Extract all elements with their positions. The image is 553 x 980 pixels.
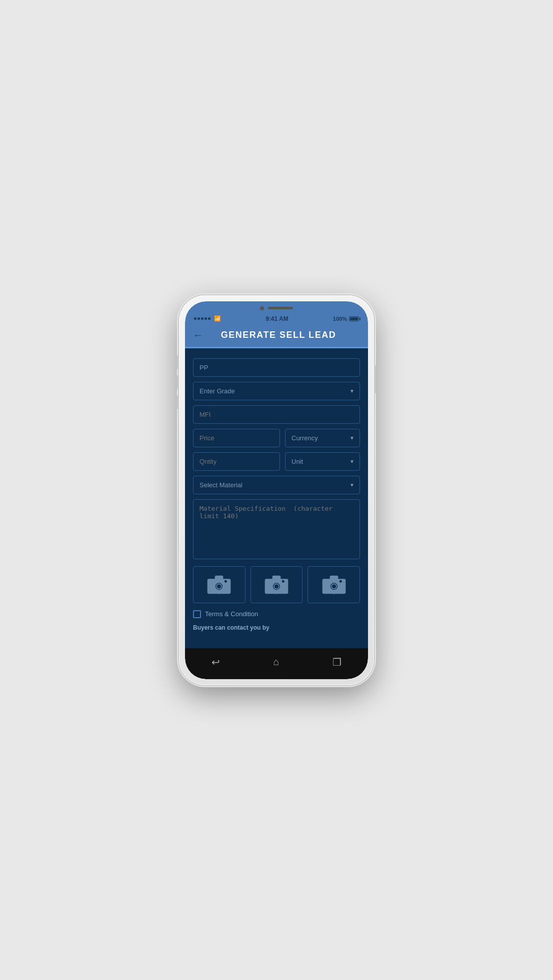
unit-select[interactable]: Unit <box>286 453 360 470</box>
signal-dot-2 <box>198 317 200 320</box>
svg-rect-7 <box>272 575 281 579</box>
nav-home-button[interactable]: ⌂ <box>263 653 289 671</box>
signal-dot-5 <box>208 317 210 320</box>
back-button[interactable]: ← <box>193 329 203 341</box>
page-title: GENERATE SELL LEAD <box>209 330 348 340</box>
signal-dot-4 <box>204 317 207 320</box>
svg-point-3 <box>216 584 222 589</box>
quantity-unit-row: Unit ▼ <box>193 452 360 471</box>
camera-icon-1: + <box>206 575 232 595</box>
mfi-input[interactable] <box>193 405 360 424</box>
quantity-input[interactable] <box>193 452 280 471</box>
svg-text:+: + <box>218 589 221 595</box>
main-content: Enter Grade ▼ Currency ▼ <box>185 348 368 648</box>
price-currency-row: Currency ▼ <box>193 429 360 447</box>
status-left: 📶 <box>194 315 221 322</box>
svg-rect-13 <box>330 575 338 579</box>
currency-select[interactable]: Currency <box>286 429 360 447</box>
grade-select-wrapper: Enter Grade ▼ <box>193 382 360 400</box>
svg-point-15 <box>332 584 336 589</box>
speaker <box>268 307 293 309</box>
terms-row: Terms & Condition <box>193 610 360 618</box>
phone-screen: 📶 9:41 AM 100% ← GENERATE SELL LEAD <box>185 301 368 679</box>
battery-fill <box>350 317 358 320</box>
bottom-navigation: ↩ ⌂ ❐ <box>185 648 368 679</box>
buyers-contact-text: Buyers can contact you by <box>193 624 360 631</box>
wifi-icon: 📶 <box>214 315 221 322</box>
camera-button-3[interactable]: + <box>308 566 360 603</box>
battery-percent: 100% <box>333 316 347 322</box>
pp-input[interactable] <box>193 358 360 377</box>
camera-button-2[interactable]: + <box>250 566 303 603</box>
svg-text:+: + <box>332 589 336 595</box>
status-time: 9:41 AM <box>266 315 288 322</box>
terms-checkbox[interactable] <box>193 610 201 618</box>
camera-buttons-row: + + <box>193 566 360 603</box>
svg-point-16 <box>340 580 342 582</box>
unit-select-wrapper: Unit ▼ <box>285 452 360 471</box>
svg-rect-1 <box>215 575 224 579</box>
phone-top-hardware <box>260 306 293 310</box>
svg-point-9 <box>274 584 279 589</box>
svg-point-10 <box>282 580 284 582</box>
svg-point-4 <box>224 580 227 582</box>
currency-select-wrapper: Currency ▼ <box>285 429 360 447</box>
nav-tabs-button[interactable]: ❐ <box>322 653 352 671</box>
screen: 📶 9:41 AM 100% ← GENERATE SELL LEAD <box>185 301 368 679</box>
camera-button-1[interactable]: + <box>193 566 246 603</box>
phone-device: 📶 9:41 AM 100% ← GENERATE SELL LEAD <box>179 295 374 685</box>
svg-text:+: + <box>275 589 278 595</box>
material-select[interactable]: Select Material <box>194 476 360 494</box>
camera-icon-3: + <box>322 575 346 595</box>
nav-back-button[interactable]: ↩ <box>202 653 230 671</box>
price-input[interactable] <box>193 429 280 447</box>
grade-select[interactable]: Enter Grade <box>194 382 360 400</box>
signal-dot-1 <box>194 317 196 320</box>
material-spec-textarea[interactable] <box>193 499 360 559</box>
signal-dot-3 <box>201 317 204 320</box>
battery-icon <box>349 316 359 321</box>
status-right: 100% <box>333 316 359 322</box>
app-header: ← GENERATE SELL LEAD <box>185 324 368 347</box>
camera-icon-2: + <box>264 575 289 595</box>
signal-strength <box>194 317 210 320</box>
material-select-wrapper: Select Material ▼ <box>193 476 360 494</box>
front-camera <box>260 306 264 310</box>
status-bar: 📶 9:41 AM 100% <box>185 301 368 324</box>
terms-label: Terms & Condition <box>205 610 258 618</box>
